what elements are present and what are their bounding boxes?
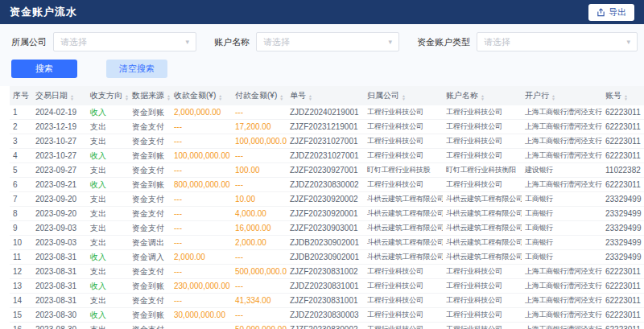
- cell-company: 工程行业科技公司: [364, 120, 443, 134]
- cell-date: 2023-10-27: [32, 149, 87, 163]
- column-header-receipt[interactable]: 收款金额(¥)▲▼: [171, 86, 232, 105]
- column-header-order_no[interactable]: 单号▲▼: [287, 86, 364, 105]
- cell-source: 资金到账: [129, 279, 171, 294]
- sort-icon[interactable]: ▲▼: [279, 94, 283, 101]
- sort-down-caret: ▼: [308, 97, 312, 101]
- column-header-account[interactable]: 账户名称▲▼: [443, 86, 522, 105]
- cell-date: 2023-09-03: [32, 236, 87, 250]
- cell-direction: 收入: [87, 149, 129, 163]
- sort-icon[interactable]: ▲▼: [167, 94, 171, 101]
- column-header-source[interactable]: 数据来源▲▼: [129, 86, 171, 105]
- sort-down-caret: ▼: [125, 97, 129, 101]
- cell-payment: 100.00: [232, 163, 287, 178]
- cell-receipt: 100,000,000.00: [171, 149, 232, 163]
- cell-account_no: 62223011: [602, 265, 644, 279]
- sort-down-caret: ▼: [167, 97, 171, 101]
- sort-icon[interactable]: ▲▼: [125, 94, 129, 101]
- cell-no: 4: [10, 149, 32, 163]
- column-label-date: 交易日期: [35, 91, 68, 100]
- company-select[interactable]: 请选择 ▾: [53, 32, 196, 51]
- cell-source: 资金支付: [129, 207, 171, 221]
- cell-direction: 收入: [87, 178, 129, 192]
- column-header-payment[interactable]: 付款金额(¥)▲▼: [232, 86, 287, 105]
- cell-account: 工程行业科技公司: [443, 149, 522, 163]
- sort-icon[interactable]: ▲▼: [402, 94, 406, 101]
- flow-table-body: 12024-02-19收入资金到账2,000,000.00---ZJDZ2024…: [10, 105, 644, 329]
- cell-order_no: ZJZF20230920001: [287, 207, 364, 221]
- sort-icon[interactable]: ▲▼: [551, 94, 555, 101]
- table-row: 112023-08-31收入资金调入2,000.00---ZJDB2023090…: [10, 250, 644, 265]
- cell-source: 资金支付: [129, 192, 171, 207]
- column-header-account_no[interactable]: 账号▲▼: [602, 86, 644, 105]
- export-button[interactable]: 导出: [588, 4, 634, 21]
- cell-order_no: ZJDZ20230830003: [287, 308, 364, 323]
- sort-icon[interactable]: ▲▼: [624, 94, 628, 101]
- cell-source: 资金支付: [129, 134, 171, 149]
- cell-no: 6: [10, 178, 32, 192]
- column-label-receipt: 收款金额(¥): [174, 91, 216, 100]
- cell-account_no: 62223011: [602, 279, 644, 294]
- cell-account_no: 62223011: [602, 308, 644, 323]
- search-button[interactable]: 搜索: [11, 60, 77, 78]
- cell-company: 斗栱云建筑工程有限公司: [364, 192, 443, 207]
- cell-payment: 500,000,000.00: [232, 265, 287, 279]
- cell-order_no: ZJDZ20230831001: [287, 279, 364, 294]
- cell-source: 资金到账: [129, 308, 171, 323]
- cell-payment: ---: [232, 149, 287, 163]
- cell-order_no: ZJZF20231027001: [287, 134, 364, 149]
- cell-account: 工程行业科技公司: [443, 279, 522, 294]
- cell-receipt: ---: [171, 134, 232, 149]
- cell-direction: 支出: [87, 163, 129, 178]
- cell-account_no: 11022382: [602, 163, 644, 178]
- page-title: 资金账户流水: [10, 5, 77, 19]
- cell-receipt: 2,000.00: [171, 250, 232, 265]
- cell-date: 2023-09-27: [32, 163, 87, 178]
- table-row: 152023-08-30收入资金到账30,000,000.00---ZJDZ20…: [10, 308, 644, 323]
- cell-account: 工程行业科技公司: [443, 294, 522, 308]
- cell-company: 工程行业科技公司: [364, 105, 443, 120]
- sort-icon[interactable]: ▲▼: [218, 94, 222, 101]
- column-header-direction[interactable]: 收支方向▲▼: [87, 86, 129, 105]
- cell-direction: 支出: [87, 134, 129, 149]
- cell-order_no: ZJDZ20231027001: [287, 149, 364, 163]
- cell-account: 工程行业科技公司: [443, 134, 522, 149]
- cell-date: 2023-10-27: [32, 134, 87, 149]
- cell-account_no: 62223011: [602, 134, 644, 149]
- cell-order_no: ZJDZ20240219001: [287, 105, 364, 120]
- clear-search-button[interactable]: 清空搜索: [106, 60, 167, 78]
- cell-receipt: 230,000,000.00: [171, 279, 232, 294]
- account-name-select[interactable]: 请选择 ▾: [256, 32, 399, 51]
- column-header-date[interactable]: 交易日期▲▼: [32, 86, 87, 105]
- sort-icon[interactable]: ▲▼: [70, 94, 74, 101]
- cell-direction: 支出: [87, 294, 129, 308]
- table-row: 62023-09-21收入资金到账800,000,000.00---ZJDZ20…: [10, 178, 644, 192]
- sort-icon[interactable]: ▲▼: [308, 94, 312, 101]
- cell-no: 12: [10, 265, 32, 279]
- cell-order_no: ZJZF20230927001: [287, 163, 364, 178]
- cell-receipt: ---: [171, 323, 232, 329]
- cell-no: 11: [10, 250, 32, 265]
- cell-no: 5: [10, 163, 32, 178]
- cell-payment: 100,000,000.00: [232, 134, 287, 149]
- cell-source: 资金支付: [129, 163, 171, 178]
- column-label-source: 数据来源: [132, 91, 164, 100]
- cell-no: 14: [10, 294, 32, 308]
- column-header-company[interactable]: 归属公司▲▼: [364, 86, 443, 105]
- cell-company: 工程行业科技公司: [364, 134, 443, 149]
- cell-no: 15: [10, 308, 32, 323]
- table-header-row: 序号交易日期▲▼收支方向▲▼数据来源▲▼收款金额(¥)▲▼付款金额(¥)▲▼单号…: [10, 86, 644, 105]
- cell-order_no: ZJZF20230920002: [287, 192, 364, 207]
- cell-direction: 支出: [87, 120, 129, 134]
- account-type-select[interactable]: 请选择 ▾: [477, 32, 638, 51]
- cell-bank: 上海工商银行漕河泾支行: [522, 294, 602, 308]
- cell-account_no: 62223011: [602, 323, 644, 329]
- column-header-bank[interactable]: 开户行▲▼: [522, 86, 602, 105]
- cell-date: 2023-09-20: [32, 192, 87, 207]
- sort-icon[interactable]: ▲▼: [481, 94, 485, 101]
- cell-direction: 支出: [87, 207, 129, 221]
- cell-source: 资金支付: [129, 221, 171, 236]
- cell-source: 资金调入: [129, 250, 171, 265]
- cell-payment: ---: [232, 178, 287, 192]
- cell-bank: 工商银行: [522, 221, 602, 236]
- cell-direction: 收入: [87, 250, 129, 265]
